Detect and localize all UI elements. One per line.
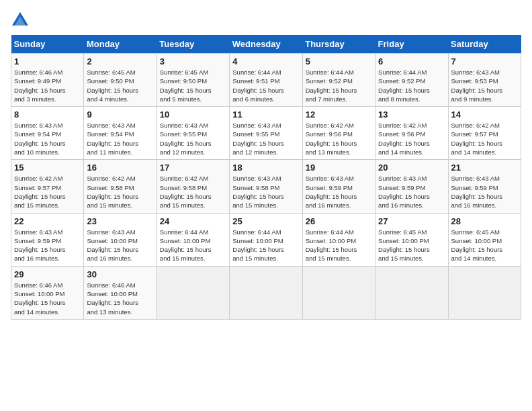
day-number: 24 xyxy=(160,216,226,226)
day-info: Sunrise: 6:45 AMSunset: 10:00 PMDaylight… xyxy=(451,228,518,263)
day-info: Sunrise: 6:46 AMSunset: 10:00 PMDaylight… xyxy=(87,281,153,316)
day-info: Sunrise: 6:44 AMSunset: 9:51 PMDaylight:… xyxy=(232,68,299,103)
calendar-header-row: SundayMondayTuesdayWednesdayThursdayFrid… xyxy=(11,35,521,54)
calendar-cell: 20 Sunrise: 6:43 AMSunset: 9:59 PMDaylig… xyxy=(375,160,448,213)
day-number: 30 xyxy=(87,269,153,279)
day-number: 4 xyxy=(232,56,299,66)
day-number: 19 xyxy=(306,163,372,173)
calendar-cell: 26 Sunrise: 6:44 AMSunset: 10:00 PMDayli… xyxy=(302,213,375,266)
day-number: 17 xyxy=(160,163,226,173)
day-info: Sunrise: 6:42 AMSunset: 9:57 PMDaylight:… xyxy=(14,174,81,210)
day-info: Sunrise: 6:45 AMSunset: 9:50 PMDaylight:… xyxy=(87,68,153,103)
calendar-cell: 11 Sunrise: 6:43 AMSunset: 9:55 PMDaylig… xyxy=(230,107,302,160)
day-info: Sunrise: 6:43 AMSunset: 9:59 PMDaylight:… xyxy=(451,174,518,210)
day-info: Sunrise: 6:44 AMSunset: 9:52 PMDaylight:… xyxy=(378,68,445,103)
calendar-cell: 6 Sunrise: 6:44 AMSunset: 9:52 PMDayligh… xyxy=(375,54,448,107)
day-number: 5 xyxy=(306,56,372,66)
calendar-cell: 5 Sunrise: 6:44 AMSunset: 9:52 PMDayligh… xyxy=(302,54,375,107)
calendar-cell: 9 Sunrise: 6:43 AMSunset: 9:54 PMDayligh… xyxy=(84,107,157,160)
day-number: 18 xyxy=(232,163,299,173)
calendar-week-row: 15 Sunrise: 6:42 AMSunset: 9:57 PMDaylig… xyxy=(11,160,521,213)
day-number: 15 xyxy=(14,163,81,173)
day-info: Sunrise: 6:42 AMSunset: 9:58 PMDaylight:… xyxy=(87,174,153,210)
day-number: 13 xyxy=(378,109,445,120)
calendar-week-row: 1 Sunrise: 6:46 AMSunset: 9:49 PMDayligh… xyxy=(11,54,521,107)
calendar-cell: 13 Sunrise: 6:42 AMSunset: 9:56 PMDaylig… xyxy=(375,107,448,160)
calendar-cell: 28 Sunrise: 6:45 AMSunset: 10:00 PMDayli… xyxy=(448,213,521,266)
logo-icon xyxy=(11,11,30,30)
day-info: Sunrise: 6:45 AMSunset: 9:50 PMDaylight:… xyxy=(160,68,226,103)
day-info: Sunrise: 6:44 AMSunset: 10:00 PMDaylight… xyxy=(306,228,372,263)
header xyxy=(11,11,521,30)
calendar-cell: 3 Sunrise: 6:45 AMSunset: 9:50 PMDayligh… xyxy=(157,54,229,107)
day-number: 12 xyxy=(306,109,372,120)
day-info: Sunrise: 6:43 AMSunset: 9:58 PMDaylight:… xyxy=(232,174,299,210)
calendar-cell: 2 Sunrise: 6:45 AMSunset: 9:50 PMDayligh… xyxy=(84,54,157,107)
day-info: Sunrise: 6:46 AMSunset: 9:49 PMDaylight:… xyxy=(14,68,81,103)
day-number: 16 xyxy=(87,163,153,173)
day-number: 6 xyxy=(378,56,445,66)
day-info: Sunrise: 6:43 AMSunset: 9:55 PMDaylight:… xyxy=(160,121,226,156)
calendar-cell: 22 Sunrise: 6:43 AMSunset: 9:59 PMDaylig… xyxy=(11,213,84,266)
calendar-dow-saturday: Saturday xyxy=(448,35,521,54)
day-number: 9 xyxy=(87,109,153,120)
calendar-dow-sunday: Sunday xyxy=(11,35,84,54)
day-info: Sunrise: 6:42 AMSunset: 9:56 PMDaylight:… xyxy=(378,121,445,156)
calendar-cell: 12 Sunrise: 6:42 AMSunset: 9:56 PMDaylig… xyxy=(302,107,375,160)
day-info: Sunrise: 6:43 AMSunset: 9:59 PMDaylight:… xyxy=(306,174,372,210)
day-number: 11 xyxy=(232,109,299,120)
day-info: Sunrise: 6:42 AMSunset: 9:58 PMDaylight:… xyxy=(160,174,226,210)
calendar-cell: 29 Sunrise: 6:46 AMSunset: 10:00 PMDayli… xyxy=(11,266,84,319)
day-number: 1 xyxy=(14,56,81,66)
day-info: Sunrise: 6:44 AMSunset: 10:00 PMDaylight… xyxy=(160,228,226,263)
calendar-week-row: 8 Sunrise: 6:43 AMSunset: 9:54 PMDayligh… xyxy=(11,107,521,160)
calendar-cell: 18 Sunrise: 6:43 AMSunset: 9:58 PMDaylig… xyxy=(230,160,302,213)
day-number: 14 xyxy=(451,109,518,120)
day-info: Sunrise: 6:43 AMSunset: 9:55 PMDaylight:… xyxy=(232,121,299,156)
day-info: Sunrise: 6:46 AMSunset: 10:00 PMDaylight… xyxy=(14,281,81,316)
day-number: 27 xyxy=(378,216,445,226)
day-number: 20 xyxy=(378,163,445,173)
day-info: Sunrise: 6:43 AMSunset: 9:59 PMDaylight:… xyxy=(14,228,81,263)
calendar-cell: 21 Sunrise: 6:43 AMSunset: 9:59 PMDaylig… xyxy=(448,160,521,213)
calendar-cell: 25 Sunrise: 6:44 AMSunset: 10:00 PMDayli… xyxy=(230,213,302,266)
day-number: 29 xyxy=(14,269,81,279)
calendar-cell: 1 Sunrise: 6:46 AMSunset: 9:49 PMDayligh… xyxy=(11,54,84,107)
day-number: 8 xyxy=(14,109,81,120)
calendar-cell: 10 Sunrise: 6:43 AMSunset: 9:55 PMDaylig… xyxy=(157,107,229,160)
day-number: 23 xyxy=(87,216,153,226)
calendar-cell: 17 Sunrise: 6:42 AMSunset: 9:58 PMDaylig… xyxy=(157,160,229,213)
day-info: Sunrise: 6:42 AMSunset: 9:57 PMDaylight:… xyxy=(451,121,518,156)
calendar-cell: 8 Sunrise: 6:43 AMSunset: 9:54 PMDayligh… xyxy=(11,107,84,160)
day-number: 21 xyxy=(451,163,518,173)
calendar-cell xyxy=(230,266,302,319)
calendar-table: SundayMondayTuesdayWednesdayThursdayFrid… xyxy=(11,35,521,320)
calendar-cell: 30 Sunrise: 6:46 AMSunset: 10:00 PMDayli… xyxy=(84,266,157,319)
calendar-dow-thursday: Thursday xyxy=(302,35,375,54)
calendar-cell: 23 Sunrise: 6:43 AMSunset: 10:00 PMDayli… xyxy=(84,213,157,266)
logo xyxy=(11,11,32,30)
calendar-week-row: 29 Sunrise: 6:46 AMSunset: 10:00 PMDayli… xyxy=(11,266,521,319)
calendar-cell: 7 Sunrise: 6:43 AMSunset: 9:53 PMDayligh… xyxy=(448,54,521,107)
day-info: Sunrise: 6:43 AMSunset: 9:54 PMDaylight:… xyxy=(87,121,153,156)
calendar-cell: 4 Sunrise: 6:44 AMSunset: 9:51 PMDayligh… xyxy=(230,54,302,107)
day-info: Sunrise: 6:43 AMSunset: 10:00 PMDaylight… xyxy=(87,228,153,263)
day-info: Sunrise: 6:42 AMSunset: 9:56 PMDaylight:… xyxy=(306,121,372,156)
day-number: 22 xyxy=(14,216,81,226)
calendar-cell xyxy=(157,266,229,319)
calendar-dow-monday: Monday xyxy=(84,35,157,54)
day-number: 25 xyxy=(232,216,299,226)
day-number: 2 xyxy=(87,56,153,66)
calendar-cell: 15 Sunrise: 6:42 AMSunset: 9:57 PMDaylig… xyxy=(11,160,84,213)
day-info: Sunrise: 6:44 AMSunset: 9:52 PMDaylight:… xyxy=(306,68,372,103)
calendar-week-row: 22 Sunrise: 6:43 AMSunset: 9:59 PMDaylig… xyxy=(11,213,521,266)
calendar-cell: 19 Sunrise: 6:43 AMSunset: 9:59 PMDaylig… xyxy=(302,160,375,213)
day-info: Sunrise: 6:45 AMSunset: 10:00 PMDaylight… xyxy=(378,228,445,263)
calendar-cell xyxy=(375,266,448,319)
calendar-dow-tuesday: Tuesday xyxy=(157,35,229,54)
day-number: 3 xyxy=(160,56,226,66)
calendar-dow-friday: Friday xyxy=(375,35,448,54)
calendar-cell: 14 Sunrise: 6:42 AMSunset: 9:57 PMDaylig… xyxy=(448,107,521,160)
calendar-cell xyxy=(302,266,375,319)
calendar-dow-wednesday: Wednesday xyxy=(230,35,302,54)
